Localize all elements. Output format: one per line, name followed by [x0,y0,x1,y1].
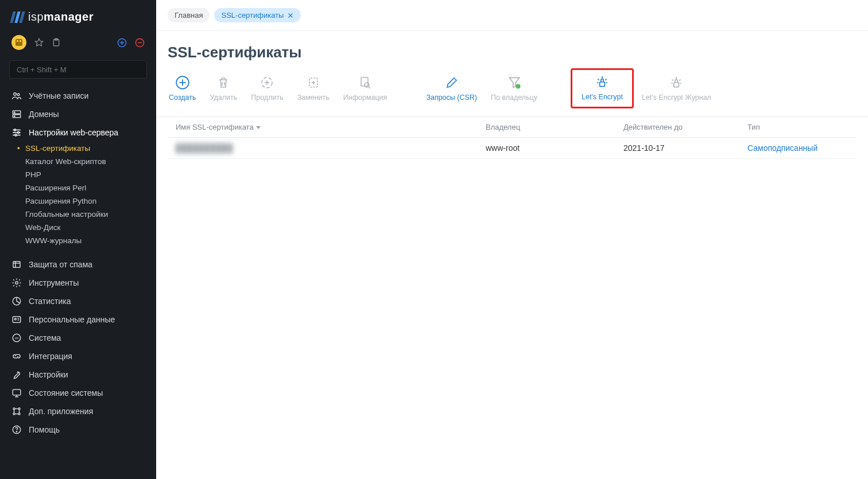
sidebar-subitem-webdisk[interactable]: Web-Диск [0,221,156,234]
wrench-icon [11,369,22,380]
sidebar-item-tools[interactable]: Инструменты [0,274,156,292]
toolbar-create-button[interactable]: Создать [163,73,202,104]
toolbar-lejournal-button[interactable]: Let's Encrypt Журнал [636,73,717,104]
sidebar-item-label: Система [29,333,61,342]
sidebar-item-addons[interactable]: Доп. приложения [0,402,156,420]
pen-icon [444,75,459,90]
tabs-bar: Главная SSL-сертификаты [156,0,868,31]
funnel-user-icon [507,75,522,90]
toolbar-label: Запросы (CSR) [426,94,477,102]
tab-label: SSL-сертификаты [221,11,284,20]
sidebar-item-accounts[interactable]: Учётные записи [0,87,156,105]
svg-rect-34 [13,390,21,395]
sidebar-subitem-php[interactable]: PHP [0,168,156,181]
trash-icon [216,75,231,90]
table-row[interactable]: ██████████ www-root 2021-10-17 Самоподпи… [168,138,857,159]
cell-type[interactable]: Самоподписанный [747,143,817,153]
col-owner[interactable]: Владелец [478,117,615,138]
sidebar-item-integration[interactable]: Интеграция [0,347,156,365]
svg-point-61 [516,84,520,88]
toolbar-delete-button[interactable]: Удалить [204,73,243,104]
clipboard-icon[interactable] [52,38,61,47]
sidebar-search-input[interactable] [17,65,140,74]
sidebar-subitem-global[interactable]: Глобальные настройки [0,208,156,221]
svg-text:os: os [15,336,18,340]
shield-icon [11,259,22,270]
toolbar-label: Продлить [251,94,283,102]
svg-point-29 [14,318,16,320]
sidebar-item-help[interactable]: Помощь [0,420,156,439]
toolbar-label: Let's Encrypt [582,93,623,101]
avatar[interactable] [11,35,26,50]
toolbar-csr-button[interactable]: Запросы (CSR) [420,73,483,104]
minus-circle-icon[interactable] [135,38,145,48]
toolbar-label: Информация [343,94,388,102]
plus-circle-icon[interactable] [117,38,127,48]
link-icon [11,351,22,361]
svg-point-38 [18,408,20,410]
sidebar-subitem-perl[interactable]: Расширения Perl [0,181,156,194]
sliders-icon [11,127,22,138]
svg-line-71 [680,80,681,81]
sidebar-item-system[interactable]: os Система [0,329,156,347]
svg-point-15 [14,112,16,113]
toolbar-letsencrypt-button[interactable]: Let's Encrypt [571,68,634,108]
sidebar-item-label: Помощь [29,425,60,434]
svg-point-40 [18,413,20,415]
sidebar-subitem-webscripts[interactable]: Каталог Web-скриптов [0,155,156,168]
sidebar-item-label: Инструменты [29,278,79,287]
col-valid[interactable]: Действителен до [615,117,739,138]
svg-point-22 [15,134,17,136]
sidebar-icon-row [0,30,156,57]
close-icon[interactable] [287,12,294,19]
toolbar: Создать Удалить Продлить Заменить Информ… [156,65,868,117]
toolbar-replace-button[interactable]: Заменить [292,73,335,104]
svg-point-20 [14,129,16,131]
svg-rect-1 [17,40,18,42]
tab-home[interactable]: Главная [168,8,210,22]
svg-point-39 [13,413,15,415]
toolbar-label: Удалить [210,94,238,102]
sidebar-search[interactable] [9,60,147,79]
sidebar-item-domains[interactable]: Домены [0,105,156,123]
svg-rect-23 [13,262,20,268]
sidebar-item-sysstate[interactable]: Состояние системы [0,384,156,402]
logo[interactable]: ispmanager [0,0,156,30]
toolbar-label: Создать [169,94,196,102]
main-content: Главная SSL-сертификаты SSL-сертификаты … [156,0,868,479]
sidebar-item-stats[interactable]: Статистика [0,292,156,310]
page-title: SSL-сертификаты [156,31,868,65]
ssl-table: Имя SSL-сертификата Владелец Действителе… [168,117,857,159]
svg-point-12 [17,94,20,96]
sidebar-subitem-ssl[interactable]: SSL-сертификаты [0,142,156,155]
sidebar-item-label: Защита от спама [29,260,92,269]
lock-shine-icon [595,75,610,89]
sidebar-nav: Учётные записи Домены Настройки web-серв… [0,87,156,479]
sidebar-item-settings[interactable]: Настройки [0,365,156,384]
svg-rect-62 [600,82,605,87]
cell-valid: 2021-10-17 [623,143,665,153]
lock-shine-icon [669,75,684,90]
svg-line-60 [369,87,370,88]
sidebar-item-personal[interactable]: Персональные данные [0,310,156,329]
sidebar-item-label: Настройки web-сервера [29,128,118,137]
sidebar-item-webserver[interactable]: Настройки web-сервера [0,123,156,142]
sidebar-item-label: Доп. приложения [29,407,93,416]
tab-ssl[interactable]: SSL-сертификаты [214,8,301,22]
plus-circle-icon [175,75,190,90]
server-icon [11,109,22,119]
sidebar-subitem-wwwlogs[interactable]: WWW-журналы [0,234,156,247]
sidebar-item-label: Персональные данные [29,315,115,324]
star-icon[interactable] [34,38,44,47]
toolbar-renew-button[interactable]: Продлить [245,73,289,104]
toolbar-owner-button[interactable]: По владельцу [485,73,543,104]
sidebar-item-antispam[interactable]: Защита от спама [0,255,156,274]
toolbar-info-button[interactable]: Информация [338,73,393,104]
col-name[interactable]: Имя SSL-сертификата [168,117,478,138]
col-type[interactable]: Тип [739,117,857,138]
sidebar-subitem-python[interactable]: Расширения Python [0,194,156,208]
os-icon: os [11,333,22,343]
magnifier-doc-icon [358,75,373,90]
svg-marker-3 [35,38,42,46]
logo-text-bold: manager [44,10,94,23]
